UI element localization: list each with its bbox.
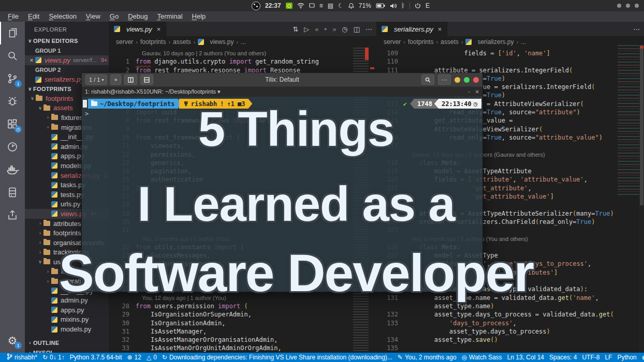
clock[interactable]: 22:37: [265, 2, 281, 9]
minimize-button[interactable]: [455, 77, 460, 83]
code-line[interactable]: 134 asset_type.save(): [383, 336, 644, 344]
statusbar-rishabh*[interactable]: rishabh*: [4, 353, 40, 361]
scrollbar-right[interactable]: [639, 45, 644, 353]
section-mysql[interactable]: ›MYSQL: [25, 348, 109, 353]
menu-file[interactable]: File: [3, 11, 23, 22]
code-line[interactable]: 28from users.permission import (: [115, 302, 376, 310]
close-tab-icon[interactable]: ×: [157, 25, 161, 33]
code-line[interactable]: 1from django.utils.crypto import get_ran…: [115, 57, 376, 66]
database-icon[interactable]: [0, 181, 25, 204]
scrollbar-thumb[interactable]: [640, 45, 643, 205]
run-icon[interactable]: ▷: [304, 25, 309, 33]
statusbar-0↓[interactable]: ↻0↓ 1↑: [40, 354, 67, 361]
breadcrumb-item[interactable]: assets: [441, 38, 459, 46]
compare-changes-icon[interactable]: ⇅: [292, 25, 298, 33]
codelens-line[interactable]: Gaurav, 10 days ago | 2 authors (You and…: [115, 49, 376, 57]
battery-percent[interactable]: 71%: [359, 2, 371, 9]
split-down-button[interactable]: [140, 74, 153, 85]
nav-back-icon[interactable]: «: [315, 25, 318, 33]
add-terminal-button[interactable]: +: [110, 74, 121, 85]
statusbar-go[interactable]: ◉Go Live: [639, 354, 644, 361]
close-tab-icon[interactable]: ×: [438, 25, 442, 33]
explorer-icon[interactable]: [0, 22, 25, 44]
tilix-title-bar[interactable]: 1 / 1▾ + Tilix: Default ⋯: [82, 73, 482, 87]
nav-dot-icon[interactable]: •: [325, 25, 327, 33]
source-control-icon[interactable]: 1: [0, 67, 25, 90]
code-line[interactable]: asset_type.days_to_process): [383, 327, 644, 336]
minimap-right[interactable]: [618, 45, 639, 195]
breadcrumb-item[interactable]: serializers.py: [477, 38, 514, 46]
close-icon[interactable]: ×: [28, 56, 35, 64]
maximize-button[interactable]: [464, 77, 470, 83]
section-outline[interactable]: ›OUTLINE: [25, 338, 109, 348]
statusbar-spaces[interactable]: Spaces: 4: [547, 354, 579, 361]
menu-help[interactable]: Help: [187, 11, 211, 22]
wifi-icon[interactable]: [297, 3, 304, 9]
pane-indicator[interactable]: 1 / 1▾: [85, 74, 107, 85]
statusbar-you[interactable]: ✎You, 2 months ago: [395, 354, 459, 361]
debug-icon[interactable]: [0, 90, 25, 113]
code-line[interactable]: 29 IsOrganisationOrSuperAdmin,: [115, 310, 376, 319]
more-actions-icon[interactable]: ⋯: [633, 25, 640, 33]
tree-item-mixins-py[interactable]: mixins.py: [25, 315, 109, 325]
terminal-menu-icon[interactable]: ⋯: [438, 74, 451, 85]
code-line[interactable]: 32 IsAssetManagerOrOrganisationAdmin,: [115, 336, 376, 344]
statusbar-ln[interactable]: Ln 13, Col 14: [505, 354, 547, 361]
keyboard-layout-icon[interactable]: ▤: [328, 2, 333, 9]
more-actions-icon[interactable]: ⋯: [365, 25, 372, 33]
breadcrumb-item[interactable]: ...: [241, 38, 246, 46]
session-close-icon[interactable]: ✕: [475, 89, 479, 95]
open-editor-item[interactable]: ×views.pyserver/f...9+: [25, 55, 109, 65]
nav-forward-icon[interactable]: »: [332, 25, 336, 33]
split-editor-icon[interactable]: ◫: [354, 25, 360, 33]
tab-serializers-py[interactable]: serializers.py ×: [376, 22, 447, 36]
code-line[interactable]: 132 asset_type.days_to_process = validat…: [383, 310, 644, 319]
terminal-search-icon[interactable]: [421, 74, 434, 85]
breadcrumb-item[interactable]: ...: [521, 38, 526, 46]
breadcrumb-item[interactable]: server: [116, 38, 133, 46]
live-share-icon[interactable]: [0, 204, 25, 227]
close-button[interactable]: [473, 77, 479, 83]
volume-icon[interactable]: [390, 3, 397, 9]
code-line[interactable]: 131 asset_type.name = validated_data.get…: [383, 294, 644, 302]
menu-lines-icon[interactable]: ≡: [319, 2, 323, 9]
timer-clock-icon[interactable]: [0, 135, 25, 158]
tab-views-py[interactable]: views.py ×: [109, 22, 166, 36]
breadcrumb-item[interactable]: views.py: [210, 38, 233, 46]
statusbar-lf[interactable]: LF: [602, 354, 614, 361]
code-line[interactable]: asset_type.name): [383, 302, 644, 310]
terminal-body[interactable]: ~/Desktop/footprints Ψ rishabh ! ↑1 ■3 ✔…: [82, 97, 482, 292]
menu-go[interactable]: Go: [105, 11, 123, 22]
statusbar-watch[interactable]: ◎Watch Sass: [459, 354, 505, 361]
bluetooth-icon[interactable]: ᛒ: [401, 2, 405, 9]
statusbar-12[interactable]: ⊗12: [125, 354, 144, 361]
menu-edit[interactable]: Edit: [23, 11, 44, 22]
code-line[interactable]: 30 IsOrganisationAdmin,: [115, 319, 376, 327]
code-line[interactable]: 33 IsAssetManOrOrgUnitAdminOrOrgAdmin,: [115, 344, 376, 352]
search-icon[interactable]: [0, 44, 25, 67]
night-mode-icon[interactable]: ☾: [338, 2, 344, 9]
screencast-indicator-icon[interactable]: [252, 2, 260, 10]
menu-selection[interactable]: Selection: [44, 11, 81, 22]
session-minimize-icon[interactable]: ▫: [468, 89, 470, 95]
indicator-e-icon[interactable]: Ε: [426, 2, 430, 9]
power-icon[interactable]: [415, 3, 421, 9]
nvidia-indicator-icon[interactable]: [286, 3, 292, 9]
history-icon[interactable]: ◷: [342, 25, 347, 33]
display-icon[interactable]: [309, 3, 315, 8]
session-tab-label[interactable]: 1: rishabh@rishabh-X510UNR: ~/Desktop/fo…: [85, 88, 221, 95]
docker-icon[interactable]: [0, 158, 25, 181]
extensions-icon[interactable]: ◷: [0, 113, 25, 135]
menu-debug[interactable]: Debug: [123, 11, 152, 22]
tree-item-admin-py[interactable]: admin.py: [25, 295, 109, 305]
settings-gear-icon[interactable]: ⚙1: [0, 329, 25, 352]
open-editors-header[interactable]: ∨OPEN EDITORS: [25, 36, 109, 46]
code-line[interactable]: 135: [383, 344, 644, 352]
statusbar-utf-8[interactable]: UTF-8: [579, 354, 602, 361]
breadcrumb-item[interactable]: footprints: [140, 38, 166, 46]
tilix-session-bar[interactable]: 1: rishabh@rishabh-X510UNR: ~/Desktop/fo…: [82, 87, 482, 97]
code-line[interactable]: 110: [383, 57, 644, 66]
code-line[interactable]: 109 fields = ['id', 'name']: [383, 49, 644, 57]
code-line[interactable]: 133 'days_to_process',: [383, 319, 644, 327]
battery-icon[interactable]: [376, 3, 385, 8]
